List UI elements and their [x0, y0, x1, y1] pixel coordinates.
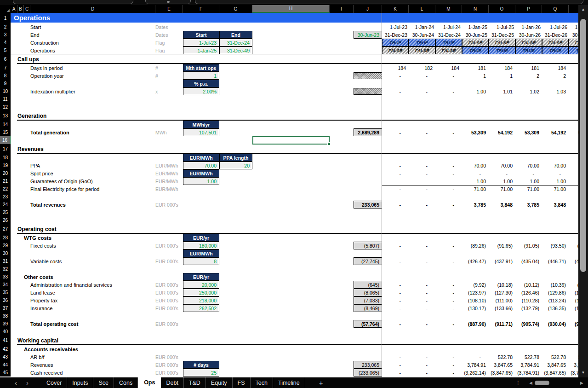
- cell[interactable]: 3,785: [462, 201, 489, 208]
- column-header-P[interactable]: P: [515, 5, 542, 13]
- cell[interactable]: -: [382, 257, 409, 265]
- cell[interactable]: 2: [515, 72, 542, 80]
- cell[interactable]: -: [409, 304, 435, 312]
- row-header-39[interactable]: 39: [0, 320, 11, 328]
- cell[interactable]: 1-Jul-24: [435, 23, 462, 31]
- row-header-15[interactable]: 15: [0, 128, 11, 136]
- cell[interactable]: TRUE: [409, 39, 435, 46]
- row-header-42[interactable]: 42: [0, 345, 11, 353]
- row-header-27[interactable]: 27: [0, 224, 11, 234]
- cell[interactable]: -: [462, 353, 489, 361]
- cell[interactable]: (905.74): [515, 320, 542, 328]
- column-header-F[interactable]: F: [183, 5, 219, 13]
- input-cell[interactable]: 70.00: [183, 162, 219, 169]
- cell[interactable]: 1-Jul-23: [382, 23, 409, 31]
- row-header-36[interactable]: 36: [0, 296, 11, 304]
- input-cell[interactable]: 107,501: [183, 128, 219, 136]
- cell[interactable]: -: [382, 242, 409, 249]
- cell[interactable]: 1.00: [569, 177, 578, 185]
- cell-label[interactable]: Spot price: [30, 169, 53, 177]
- cell[interactable]: -: [435, 304, 462, 312]
- cell-label[interactable]: Days in period: [30, 64, 63, 72]
- row-header-34[interactable]: 34: [0, 281, 11, 289]
- cell-label[interactable]: Administration and financial services: [30, 281, 112, 289]
- cell[interactable]: 3,785: [515, 201, 542, 208]
- cell[interactable]: -: [515, 169, 542, 177]
- cell[interactable]: -: [382, 369, 409, 376]
- check-total-cell[interactable]: 233,065: [354, 361, 382, 369]
- cell[interactable]: -: [435, 296, 462, 304]
- column-header-B[interactable]: B: [17, 5, 24, 13]
- row-header-45[interactable]: 45: [0, 369, 11, 376]
- unit-header-cell[interactable]: % p.a.: [183, 80, 219, 87]
- cell[interactable]: -: [409, 185, 435, 193]
- row-header-21[interactable]: 21: [0, 177, 11, 185]
- cell[interactable]: 30-Jun-27: [569, 31, 578, 39]
- name-box[interactable]: [13, 0, 133, 4]
- row-header-22[interactable]: 22: [0, 185, 11, 193]
- check-total-cell[interactable]: 233,065: [354, 201, 382, 208]
- cell-label[interactable]: Guarantees of Origin (GoO): [30, 177, 93, 185]
- cell[interactable]: -: [435, 162, 462, 169]
- cell[interactable]: -: [435, 169, 462, 177]
- cell[interactable]: 3,848: [489, 201, 515, 208]
- cell[interactable]: (435.04): [515, 257, 542, 265]
- row-header-30[interactable]: 30: [0, 249, 11, 257]
- cell[interactable]: (437.91): [489, 257, 515, 265]
- cell-unit[interactable]: EUR 000's: [155, 369, 182, 376]
- cell[interactable]: -: [382, 128, 409, 136]
- cell[interactable]: -: [409, 177, 435, 185]
- cell[interactable]: -: [409, 257, 435, 265]
- cell-label[interactable]: Indexation multiplier: [30, 87, 75, 95]
- cell[interactable]: -: [382, 185, 409, 193]
- row-header-17[interactable]: 17: [0, 144, 11, 154]
- check-total-cell[interactable]: (57,764): [354, 320, 382, 328]
- input-cell[interactable]: 31-Dec-49: [219, 46, 252, 54]
- cell[interactable]: -: [542, 169, 569, 177]
- cell[interactable]: -: [382, 361, 409, 369]
- cell[interactable]: (116.16): [569, 296, 578, 304]
- unit-header-cell[interactable]: EUR/MWh: [183, 249, 219, 257]
- row-header-13[interactable]: 13: [0, 111, 11, 121]
- cell[interactable]: -: [409, 361, 435, 369]
- input-cell[interactable]: 1-Jan-25: [183, 46, 219, 54]
- cell[interactable]: -: [435, 128, 462, 136]
- tab-tech[interactable]: Tech: [251, 377, 273, 388]
- cell[interactable]: 31-Dec-23: [382, 31, 409, 39]
- cell[interactable]: 70.00: [489, 162, 515, 169]
- column-header-O[interactable]: O: [489, 5, 515, 13]
- cell[interactable]: 2: [542, 72, 569, 80]
- cell[interactable]: 3,847.65: [489, 361, 515, 369]
- cell-label[interactable]: PPA: [30, 162, 40, 169]
- cell[interactable]: (911.71): [489, 320, 515, 328]
- tab-cons[interactable]: Cons: [114, 377, 138, 388]
- sheet-next-icon[interactable]: ›: [26, 379, 29, 386]
- row-header-28[interactable]: 28: [0, 234, 11, 242]
- cell[interactable]: (3,784.91): [515, 369, 542, 376]
- cell[interactable]: -: [382, 281, 409, 289]
- cell[interactable]: -: [462, 169, 489, 177]
- cell-unit[interactable]: EUR/MWh: [155, 177, 182, 185]
- unit-header-cell[interactable]: EUR/MWh: [183, 154, 219, 162]
- row-header-33[interactable]: 33: [0, 273, 11, 281]
- row-header-35[interactable]: 35: [0, 289, 11, 296]
- cell-unit[interactable]: EUR 000's: [155, 281, 182, 289]
- cell[interactable]: 184: [542, 64, 569, 72]
- cell[interactable]: 1.01: [489, 87, 515, 95]
- cell[interactable]: 1: [489, 72, 515, 80]
- cell[interactable]: -: [435, 289, 462, 296]
- row-header-14[interactable]: 14: [0, 121, 11, 128]
- cell[interactable]: 70.00: [542, 162, 569, 169]
- cell-label[interactable]: Total revenues: [30, 201, 66, 208]
- cell[interactable]: 522.78: [489, 353, 515, 361]
- unit-header-cell[interactable]: EUR/yr: [183, 234, 219, 242]
- row-header-8[interactable]: 8: [0, 72, 11, 80]
- cell[interactable]: 1-Jan-25: [462, 23, 489, 31]
- check-total-cell[interactable]: (27,745): [354, 257, 382, 265]
- row-header-16[interactable]: 16: [0, 136, 11, 144]
- cell[interactable]: 71.00: [515, 185, 542, 193]
- row-header-2[interactable]: 2: [0, 23, 11, 31]
- cell-unit[interactable]: Dates: [155, 23, 182, 31]
- cell[interactable]: 3,847.65: [542, 361, 569, 369]
- cell[interactable]: 3,784.91: [462, 361, 489, 369]
